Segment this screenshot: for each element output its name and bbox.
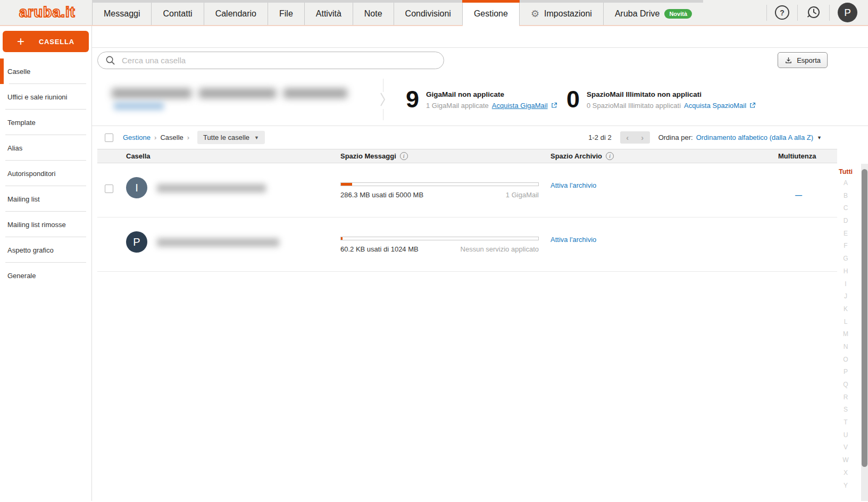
tab-calendario[interactable]: Calendario: [204, 3, 268, 25]
alphabet-letter[interactable]: H: [838, 265, 854, 278]
gear-icon: ⚙: [531, 9, 539, 19]
help-icon[interactable]: ?: [775, 5, 789, 20]
sort-value-link[interactable]: Ordinamento alfabetico (dalla A alla Z): [696, 133, 813, 141]
search-row: Esporta: [92, 48, 868, 73]
breadcrumb-caselle[interactable]: Caselle: [160, 133, 183, 141]
external-link-icon: [551, 102, 557, 108]
chevron-right-icon[interactable]: [380, 92, 386, 109]
next-page-button[interactable]: ›: [635, 131, 650, 144]
sidebar-item-mailing-list[interactable]: Mailing list: [0, 186, 91, 212]
logo-area[interactable]: aruba.it: [0, 0, 92, 25]
alphabet-letter[interactable]: U: [838, 429, 854, 442]
tab-condivisioni[interactable]: Condivisioni: [394, 3, 463, 25]
tab-aruba-drive[interactable]: Aruba Drive Novità: [604, 3, 703, 25]
tab-messaggi[interactable]: Messaggi: [92, 3, 152, 25]
tab-label: Condivisioni: [405, 9, 451, 19]
alphabet-letter[interactable]: O: [838, 354, 854, 366]
search-input[interactable]: [122, 56, 436, 65]
acquista-gigamail-link[interactable]: Acquista GigaMail: [492, 102, 548, 110]
alphabet-letter[interactable]: A: [838, 177, 854, 190]
breadcrumb-gestione[interactable]: Gestione: [123, 133, 151, 141]
alphabet-letter[interactable]: D: [838, 215, 854, 228]
add-casella-button[interactable]: + CASELLA: [3, 31, 89, 52]
multiuser-value[interactable]: —: [778, 163, 837, 217]
row-checkbox[interactable]: [105, 185, 113, 193]
stat-value: 0: [566, 87, 580, 112]
activate-archive-link[interactable]: Attiva l'archivio: [550, 236, 596, 244]
alphabet-letter[interactable]: T: [838, 416, 854, 429]
alphabet-letter[interactable]: X: [838, 467, 854, 480]
export-button[interactable]: Esporta: [778, 52, 828, 68]
alphabet-letter[interactable]: S: [838, 404, 854, 416]
scrollbar-thumb[interactable]: [862, 169, 867, 467]
sidebar-item-template[interactable]: Template: [0, 110, 91, 135]
alphabet-letter[interactable]: N: [838, 341, 854, 354]
toolbar-spacer: [92, 26, 868, 48]
tab-impostazioni[interactable]: ⚙ Impostazioni: [520, 3, 604, 25]
tab-contatti[interactable]: Contatti: [152, 3, 204, 25]
sidebar-item-label: Caselle: [7, 68, 30, 76]
sidebar-item-caselle[interactable]: Caselle: [0, 58, 91, 84]
alphabet-letter[interactable]: L: [838, 316, 854, 329]
select-all-checkbox[interactable]: [105, 133, 113, 142]
history-icon[interactable]: [806, 5, 821, 20]
prev-page-button[interactable]: ‹: [620, 131, 635, 144]
acquista-spaziomail-link[interactable]: Acquista SpazioMail: [684, 102, 746, 110]
tab-label: Contatti: [163, 9, 192, 19]
sidebar-item-generale[interactable]: Generale: [0, 263, 91, 288]
col-label: Spazio Messaggi: [340, 152, 396, 160]
alphabet-rail-letters: ABCDEFGHIJKLMNOPQRSTUVWXY: [838, 177, 854, 492]
sidebar-item-label: Aspetto grafico: [7, 246, 54, 254]
filter-dropdown[interactable]: Tutte le caselle ▼: [197, 131, 265, 144]
usage-text: 60.2 KB usati di 1024 MB: [340, 245, 419, 253]
activate-archive-link[interactable]: Attiva l'archivio: [550, 181, 596, 189]
chevron-down-icon[interactable]: ▼: [817, 135, 822, 140]
sidebar-item-alias[interactable]: Alias: [0, 135, 91, 161]
aruba-logo[interactable]: aruba.it: [19, 4, 76, 21]
search-box[interactable]: [97, 52, 444, 69]
alphabet-letter[interactable]: C: [838, 202, 854, 215]
multiuser-value[interactable]: [778, 217, 837, 271]
alphabet-letter[interactable]: F: [838, 240, 854, 253]
usage-text: 286.3 MB usati di 5000 MB: [340, 191, 423, 199]
info-icon[interactable]: i: [606, 152, 614, 160]
alphabet-letter[interactable]: Q: [838, 379, 854, 391]
alphabet-letter[interactable]: R: [838, 391, 854, 404]
alphabet-letter[interactable]: M: [838, 328, 854, 341]
sidebar-item-autorisponditori[interactable]: Autorisponditori: [0, 161, 91, 186]
alphabet-letter[interactable]: G: [838, 253, 854, 265]
tab-note[interactable]: Note: [353, 3, 394, 25]
tab-label: Calendario: [215, 9, 256, 19]
scrollbar-track[interactable]: [861, 164, 868, 501]
alphabet-letter[interactable]: K: [838, 303, 854, 316]
tab-file[interactable]: File: [268, 3, 305, 25]
sidebar-item-mailing-list-rimosse[interactable]: Mailing list rimosse: [0, 212, 91, 237]
alphabet-letter[interactable]: I: [838, 278, 854, 291]
stat-title: SpazioMail Illimitato non applicati: [587, 90, 756, 98]
sidebar-item-aspetto-grafico[interactable]: Aspetto grafico: [0, 237, 91, 263]
info-icon[interactable]: i: [400, 152, 408, 160]
sort-label: Ordina per:: [658, 133, 693, 141]
main-tabs: Messaggi Contatti Calendario File Attivi…: [92, 0, 703, 25]
alphabet-letter[interactable]: W: [838, 454, 854, 467]
alphabet-letter[interactable]: P: [838, 366, 854, 379]
sidebar-item-label: Uffici e sale riunioni: [7, 93, 67, 101]
col-label: Spazio Archivio: [550, 152, 602, 160]
alphabet-letter[interactable]: Y: [838, 480, 854, 492]
col-spazio-archivio: Spazio Archivio i: [550, 152, 778, 160]
avatar: I: [126, 177, 147, 198]
chevron-down-icon: ▼: [254, 135, 259, 140]
sidebar-item-label: Autorisponditori: [7, 170, 55, 178]
alphabet-letter[interactable]: B: [838, 190, 854, 203]
alphabet-all-button[interactable]: Tutti: [838, 166, 854, 177]
stat-value: 9: [406, 87, 419, 112]
sidebar-item-uffici[interactable]: Uffici e sale riunioni: [0, 84, 91, 110]
search-icon: [105, 55, 115, 65]
alphabet-letter[interactable]: E: [838, 228, 854, 240]
user-avatar[interactable]: P: [838, 3, 857, 22]
redacted-link: [114, 102, 164, 110]
tab-attivita[interactable]: Attività: [305, 3, 353, 25]
alphabet-letter[interactable]: J: [838, 290, 854, 303]
tab-gestione[interactable]: Gestione: [463, 3, 520, 25]
alphabet-letter[interactable]: V: [838, 441, 854, 454]
